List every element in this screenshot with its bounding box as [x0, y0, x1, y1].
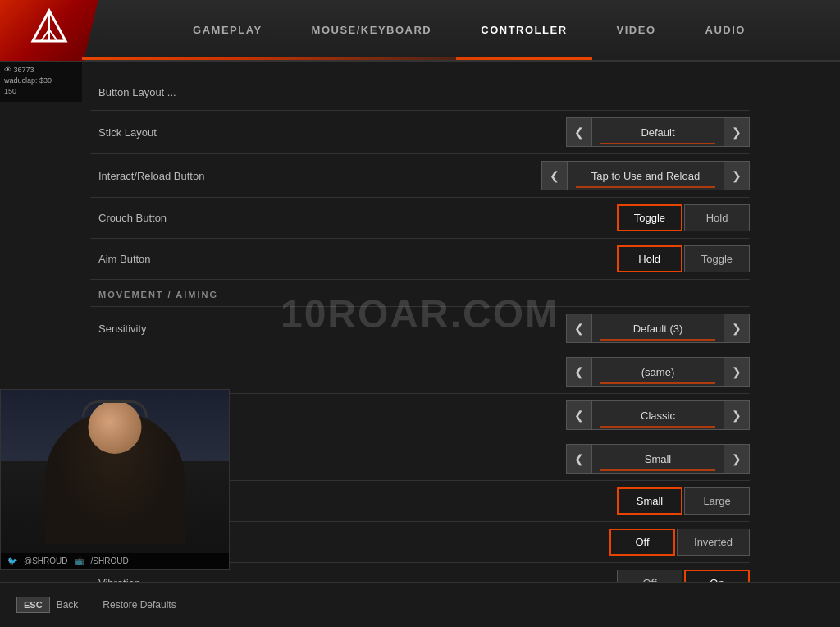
footer: ESC Back Restore Defaults [0, 582, 840, 627]
look-sensitivity-control: ❮ (same) ❯ [566, 357, 750, 387]
aim-button-control: Hold Toggle [617, 245, 750, 272]
look-sensitivity-row: ❮ (same) ❯ [90, 350, 750, 394]
restore-defaults-label: Restore Defaults [103, 599, 176, 611]
tab-gameplay[interactable]: GAMEPLAY [168, 0, 286, 60]
webcam-overlay: 🐦 @SHROUD 📺 /SHROUD [0, 389, 230, 570]
tab-video[interactable]: VIDEO [592, 0, 681, 60]
aim-button-row: Aim Button Hold Toggle [90, 239, 750, 280]
aim-button-label: Aim Button [90, 253, 617, 265]
stick-layout-control: ❮ Default ❯ [566, 117, 750, 147]
shroud-twitch-handle: /SHROUD [91, 556, 129, 565]
restore-defaults-button[interactable]: Restore Defaults [103, 599, 176, 611]
deadzone-next-button[interactable]: ❯ [724, 444, 750, 474]
look-sensitivity-prev-button[interactable]: ❮ [566, 357, 592, 387]
stick-layout-next-button[interactable]: ❯ [724, 117, 750, 147]
svg-line-2 [41, 30, 49, 41]
tab-audio[interactable]: AUDIO [681, 0, 770, 60]
tab-mouse-keyboard[interactable]: MOUSE/KEYBOARD [287, 0, 457, 60]
shroud-twitch-icon: 📺 [75, 556, 84, 565]
crouch-button-control: Toggle Hold [617, 204, 750, 231]
esc-key-badge: ESC [16, 597, 50, 613]
sensitivity-control: ❮ Default (3) ❯ [566, 314, 750, 343]
logo-area [0, 0, 98, 61]
look-sensitivity-value: (same) [592, 357, 724, 387]
header-accent [82, 57, 840, 60]
sensitivity-prev-button[interactable]: ❮ [566, 314, 592, 343]
look-sensitivity-next-button[interactable]: ❯ [724, 357, 750, 387]
crouch-hold-button[interactable]: Hold [684, 204, 750, 231]
sensitivity-row: Sensitivity ❮ Default (3) ❯ [90, 307, 750, 350]
sensitivity-label: Sensitivity [90, 323, 566, 335]
button-layout-label: Button Layout ... [98, 86, 176, 98]
button-layout-row: Button Layout ... [90, 74, 750, 111]
nav-tabs: GAMEPLAY MOUSE/KEYBOARD CONTROLLER VIDEO… [98, 0, 840, 60]
tab-controller[interactable]: CONTROLLER [456, 0, 591, 60]
apex-logo-icon [29, 7, 70, 53]
movement-aiming-section: MOVEMENT / AIMING [90, 280, 750, 307]
inverted-look-control: Off Inverted [609, 529, 750, 556]
interact-reload-prev-button[interactable]: ❮ [541, 161, 568, 190]
header: GAMEPLAY MOUSE/KEYBOARD CONTROLLER VIDEO… [0, 0, 840, 62]
webcam-info-bar: 🐦 @SHROUD 📺 /SHROUD [1, 553, 229, 569]
deadzone-prev-button[interactable]: ❮ [566, 444, 592, 474]
crouch-button-label: Crouch Button [90, 212, 617, 224]
aim-assist-large-button[interactable]: Large [684, 487, 750, 515]
inverted-look-inverted-button[interactable]: Inverted [677, 529, 750, 556]
stick-layout-label: Stick Layout [90, 126, 566, 139]
crouch-toggle-button[interactable]: Toggle [617, 204, 682, 231]
back-button[interactable]: ESC Back [16, 597, 78, 613]
response-curve-value: Classic [592, 400, 724, 430]
interact-reload-control: ❮ Tap to Use and Reload ❯ [541, 161, 750, 190]
inverted-look-off-button[interactable]: Off [609, 529, 675, 556]
chat-count: 150 [4, 87, 78, 95]
sensitivity-value: Default (3) [592, 314, 724, 343]
interact-reload-value: Tap to Use and Reload [568, 161, 724, 190]
crouch-button-row: Crouch Button Toggle Hold [90, 198, 750, 239]
interact-reload-next-button[interactable]: ❯ [724, 161, 750, 190]
webcam-image [1, 390, 229, 569]
shroud-twitter-handle: @SHROUD [24, 556, 68, 565]
stick-layout-row: Stick Layout ❮ Default ❯ [90, 111, 750, 154]
back-label: Back [57, 599, 79, 611]
viewer-count: 👁 36773 [4, 66, 78, 74]
response-curve-next-button[interactable]: ❯ [724, 400, 750, 430]
shroud-twitter-icon: 🐦 [7, 556, 17, 565]
response-curve-prev-button[interactable]: ❮ [566, 400, 592, 430]
aim-toggle-button[interactable]: Toggle [684, 245, 750, 272]
deadzone-value: Small [592, 444, 724, 474]
sensitivity-next-button[interactable]: ❯ [724, 314, 750, 343]
interact-reload-row: Interact/Reload Button ❮ Tap to Use and … [90, 154, 750, 198]
stick-layout-value: Default [592, 117, 724, 147]
response-curve-control: ❮ Classic ❯ [566, 400, 750, 430]
aim-hold-button[interactable]: Hold [617, 245, 682, 272]
interact-reload-label: Interact/Reload Button [90, 170, 541, 182]
aim-assist-control: Small Large [617, 487, 750, 515]
svg-line-3 [49, 30, 57, 41]
deadzone-control: ❮ Small ❯ [566, 444, 750, 474]
aim-assist-small-button[interactable]: Small [617, 487, 682, 515]
donation-info: waduclap: $30 [4, 76, 78, 85]
stick-layout-prev-button[interactable]: ❮ [566, 117, 592, 147]
eye-icon: 👁 [4, 66, 11, 74]
chat-overlay: 👁 36773 waduclap: $30 150 [0, 62, 82, 102]
